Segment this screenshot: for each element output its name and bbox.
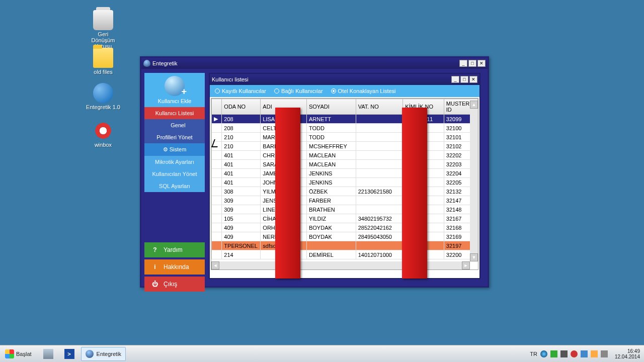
tray-misc-icon[interactable] [601, 350, 608, 357]
icon-label: Entegretik 1.0 [86, 104, 121, 110]
desktop-icon-recycle-bin[interactable]: Geri Dönüşüm Kutusu [86, 10, 121, 49]
app-title: Entegretik [152, 60, 178, 66]
radio-registered-users[interactable]: Kayıtlı Kullanıcılar [215, 88, 266, 94]
start-button[interactable]: Başlat [0, 345, 37, 362]
app-titlebar[interactable]: Entegretik _ □ ✕ [141, 58, 488, 69]
close-button[interactable]: ✕ [477, 60, 486, 67]
desktop-icon-winbox[interactable]: winbox [86, 121, 121, 148]
table-row[interactable]: 401CHRISMACLEAN1032202 [212, 151, 478, 160]
minimize-button[interactable]: _ [459, 60, 467, 67]
table-cell: MACLEAN [306, 151, 356, 160]
table-cell [306, 241, 356, 250]
table-row[interactable]: 308YILMAÖZBEK2213062158032132 [212, 187, 478, 196]
table-row[interactable]: 409ORHABOYDAK2852204216232168 [212, 223, 478, 232]
tray-flag-icon[interactable] [591, 350, 598, 357]
table-cell [212, 214, 222, 223]
icon-label: Geri Dönüşüm Kutusu [86, 31, 121, 49]
column-flag[interactable] [212, 99, 222, 115]
table-cell [212, 196, 222, 205]
sidebar-add-user[interactable]: Kullanıcı Ekle [144, 73, 205, 107]
radio-dot-icon [215, 88, 220, 94]
inner-titlebar[interactable]: Kullanıcı listesi _ □ ✕ [210, 74, 479, 85]
start-label: Başlat [16, 351, 32, 357]
sidebar-manage-profiles[interactable]: Profilleri Yönet [144, 131, 205, 143]
icon-label: winbox [86, 142, 121, 148]
table-row[interactable]: ▶208LISAARNETT45996511132099 [212, 115, 478, 124]
taskbar-pinned-powershell[interactable]: > [60, 347, 79, 361]
tray-shield-icon[interactable] [571, 350, 578, 357]
column-oda-no[interactable]: ODA NO [222, 99, 261, 115]
table-cell [212, 178, 222, 187]
table-row[interactable]: TPERSONELsdfsdfs32197 [212, 241, 478, 250]
scroll-down-button[interactable]: ▼ [470, 253, 478, 261]
app-icon [93, 83, 113, 103]
sidebar-general[interactable]: Genel [144, 119, 205, 131]
sidebar-manage-users[interactable]: Kullanıcıları Yönet [144, 168, 205, 180]
sidebar-system[interactable]: ⚙ Sistem [144, 143, 205, 156]
table-row[interactable]: 210MARIETODD1032101 [212, 133, 478, 142]
table-cell: 409 [222, 223, 261, 232]
table-row[interactable]: 409NERİMBOYDAK2849504305032169 [212, 232, 478, 241]
taskbar-pinned-explorer[interactable] [39, 347, 58, 361]
sidebar-label: SQL Ayarları [159, 183, 190, 189]
language-indicator[interactable]: TR [530, 351, 537, 357]
exit-button[interactable]: ⏻Çıkış [144, 277, 205, 292]
desktop-icon-entegretik[interactable]: Entegretik 1.0 [86, 83, 121, 110]
table-row[interactable]: 208CELTTODD0132100 [212, 124, 478, 133]
maximize-button[interactable]: □ [468, 60, 476, 67]
inner-close-button[interactable]: ✕ [469, 76, 477, 83]
table-cell: 105 [222, 214, 261, 223]
table-cell: 14012071000 [356, 250, 403, 259]
tray-action-icon[interactable] [581, 350, 588, 357]
sidebar-user-list[interactable]: Kullanıcı Listesi [144, 107, 205, 119]
radio-label: Kayıtlı Kullanıcılar [222, 88, 266, 94]
table-cell: 401 [222, 169, 261, 178]
taskbar-app-entegretik[interactable]: Entegretik [81, 347, 126, 361]
table-row[interactable]: 401JAMESJENKINS3032204 [212, 169, 478, 178]
table-cell [356, 241, 403, 250]
sidebar: Kullanıcı Ekle Kullanıcı Listesi Genel P… [144, 73, 205, 292]
table-row[interactable]: 309LINEBRATHEN32148 [212, 205, 478, 214]
folder-icon [93, 48, 113, 68]
table-cell: TODD [306, 124, 356, 133]
tray-user-icon[interactable] [540, 350, 547, 357]
radio-connected-users[interactable]: Bağlı Kullanıcılar [274, 88, 323, 94]
table-row[interactable]: 210BARBMCSHEFFREY1832102 [212, 142, 478, 151]
scroll-right-button[interactable]: ► [462, 261, 470, 269]
table-row[interactable]: 401JOHNJENKINS9732205 [212, 178, 478, 187]
radio-hotel-guests[interactable]: Otel Konaklayan Listesi [331, 88, 396, 94]
horizontal-scrollbar[interactable]: ◄ ► [211, 261, 470, 269]
table-cell [212, 205, 222, 214]
column-soyadi[interactable]: SOYADI [306, 99, 356, 115]
table-cell [212, 160, 222, 169]
inner-minimize-button[interactable]: _ [451, 76, 459, 83]
tray-network-icon[interactable] [550, 350, 557, 357]
table-cell: FARBER [306, 196, 356, 205]
inner-maximize-button[interactable]: □ [460, 76, 468, 83]
desktop-icon-folder[interactable]: old files [86, 48, 121, 75]
table-cell: 208 [222, 115, 261, 124]
info-icon: i [150, 262, 159, 272]
table-cell: MCSHEFFREY [306, 142, 356, 151]
table-cell: DEMİREL [306, 250, 356, 259]
taskbar-clock[interactable]: 16:49 12.04.2014 [615, 348, 640, 359]
table-row[interactable]: 309JENSFARBER32147 [212, 196, 478, 205]
tray-volume-icon[interactable] [560, 350, 568, 357]
scroll-up-button[interactable]: ▲ [470, 101, 478, 109]
data-grid[interactable]: ODA NO ADI SOYADI VAT. NO KİMLİK NO MUST… [211, 98, 478, 270]
sidebar-mikrotik[interactable]: Mikrotik Ayarları [144, 156, 205, 168]
column-vat-no[interactable]: VAT. NO [356, 99, 403, 115]
table-row[interactable]: 214DEMİREL1401207100032200 [212, 250, 478, 259]
table-cell: JENKINS [306, 169, 356, 178]
table-cell: 309 [222, 196, 261, 205]
table-row[interactable]: 105CİHANYILDIZ3480219573232167 [212, 214, 478, 223]
table-cell [356, 178, 403, 187]
scroll-left-button[interactable]: ◄ [211, 261, 219, 269]
table-row[interactable]: 401SARAMACLEAN8232203 [212, 160, 478, 169]
vertical-scrollbar[interactable]: ▲ ▼ [470, 109, 478, 261]
sidebar-sql[interactable]: SQL Ayarları [144, 180, 205, 192]
help-button[interactable]: ?Yardım [144, 242, 205, 257]
about-button[interactable]: iHakkında [144, 259, 205, 275]
system-tray: TR 16:49 12.04.2014 [526, 345, 644, 362]
button-label: Yardım [164, 246, 183, 253]
